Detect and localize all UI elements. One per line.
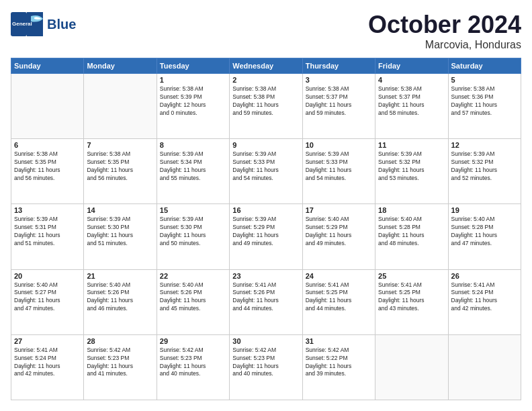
day-number: 31 xyxy=(306,337,372,345)
calendar-cell: 4Sunrise: 5:38 AMSunset: 5:37 PMDaylight… xyxy=(375,74,448,139)
calendar-cell: 8Sunrise: 5:39 AMSunset: 5:34 PMDaylight… xyxy=(157,139,229,204)
header-sunday: Sunday xyxy=(11,58,84,74)
calendar-cell: 10Sunrise: 5:39 AMSunset: 5:33 PMDayligh… xyxy=(302,139,375,204)
day-info: Sunrise: 5:38 AMSunset: 5:35 PMDaylight:… xyxy=(87,150,153,183)
day-number: 20 xyxy=(14,272,81,280)
calendar-cell: 18Sunrise: 5:40 AMSunset: 5:28 PMDayligh… xyxy=(375,204,448,269)
logo: General Blue xyxy=(11,11,76,38)
calendar-cell: 14Sunrise: 5:39 AMSunset: 5:30 PMDayligh… xyxy=(84,204,157,269)
day-info: Sunrise: 5:38 AMSunset: 5:35 PMDaylight:… xyxy=(14,150,81,183)
day-number: 8 xyxy=(160,141,226,149)
day-info: Sunrise: 5:38 AMSunset: 5:37 PMDaylight:… xyxy=(378,85,445,118)
day-info: Sunrise: 5:39 AMSunset: 5:34 PMDaylight:… xyxy=(160,150,226,183)
calendar-cell: 15Sunrise: 5:39 AMSunset: 5:30 PMDayligh… xyxy=(157,204,229,269)
calendar-cell: 6Sunrise: 5:38 AMSunset: 5:35 PMDaylight… xyxy=(11,139,84,204)
day-info: Sunrise: 5:38 AMSunset: 5:37 PMDaylight:… xyxy=(306,85,372,118)
calendar-week-row: 6Sunrise: 5:38 AMSunset: 5:35 PMDaylight… xyxy=(11,139,521,204)
calendar-cell xyxy=(84,74,157,139)
calendar-cell: 7Sunrise: 5:38 AMSunset: 5:35 PMDaylight… xyxy=(84,139,157,204)
header-wednesday: Wednesday xyxy=(230,58,302,74)
day-info: Sunrise: 5:41 AMSunset: 5:24 PMDaylight:… xyxy=(451,281,518,314)
header-monday: Monday xyxy=(84,58,157,74)
header: General Blue October 2024 Marcovia, Hond… xyxy=(11,11,521,51)
calendar-cell: 9Sunrise: 5:39 AMSunset: 5:33 PMDaylight… xyxy=(230,139,302,204)
day-number: 28 xyxy=(87,337,153,345)
day-info: Sunrise: 5:42 AMSunset: 5:23 PMDaylight:… xyxy=(232,347,299,379)
calendar-cell: 11Sunrise: 5:39 AMSunset: 5:32 PMDayligh… xyxy=(375,139,448,204)
calendar-cell: 23Sunrise: 5:41 AMSunset: 5:26 PMDayligh… xyxy=(230,269,302,334)
header-tuesday: Tuesday xyxy=(157,58,229,74)
calendar-week-row: 27Sunrise: 5:41 AMSunset: 5:24 PMDayligh… xyxy=(11,334,521,400)
calendar-cell: 5Sunrise: 5:38 AMSunset: 5:36 PMDaylight… xyxy=(448,74,521,139)
day-info: Sunrise: 5:40 AMSunset: 5:28 PMDaylight:… xyxy=(378,216,445,248)
day-number: 1 xyxy=(160,76,226,84)
calendar-cell xyxy=(448,334,521,400)
day-number: 12 xyxy=(451,141,518,149)
day-number: 5 xyxy=(451,76,518,84)
day-info: Sunrise: 5:40 AMSunset: 5:28 PMDaylight:… xyxy=(451,216,518,248)
calendar-week-row: 1Sunrise: 5:38 AMSunset: 5:39 PMDaylight… xyxy=(11,74,521,139)
day-info: Sunrise: 5:38 AMSunset: 5:39 PMDaylight:… xyxy=(160,85,226,118)
day-number: 11 xyxy=(378,141,445,149)
day-number: 3 xyxy=(306,76,372,84)
day-number: 27 xyxy=(14,337,81,345)
calendar-cell: 3Sunrise: 5:38 AMSunset: 5:37 PMDaylight… xyxy=(302,74,375,139)
header-saturday: Saturday xyxy=(448,58,521,74)
day-number: 24 xyxy=(306,272,372,280)
day-number: 4 xyxy=(378,76,445,84)
day-info: Sunrise: 5:41 AMSunset: 5:24 PMDaylight:… xyxy=(14,347,81,379)
day-info: Sunrise: 5:41 AMSunset: 5:25 PMDaylight:… xyxy=(378,281,445,314)
day-info: Sunrise: 5:41 AMSunset: 5:26 PMDaylight:… xyxy=(232,281,299,314)
calendar-cell xyxy=(375,334,448,400)
day-info: Sunrise: 5:39 AMSunset: 5:31 PMDaylight:… xyxy=(14,216,81,248)
day-number: 30 xyxy=(232,337,299,345)
calendar-cell: 28Sunrise: 5:42 AMSunset: 5:23 PMDayligh… xyxy=(84,334,157,400)
title-section: October 2024 Marcovia, Honduras xyxy=(368,11,521,51)
calendar-header-row: Sunday Monday Tuesday Wednesday Thursday… xyxy=(11,58,521,74)
svg-text:General: General xyxy=(12,21,32,27)
day-info: Sunrise: 5:40 AMSunset: 5:26 PMDaylight:… xyxy=(87,281,153,314)
day-number: 26 xyxy=(451,272,518,280)
calendar-cell: 25Sunrise: 5:41 AMSunset: 5:25 PMDayligh… xyxy=(375,269,448,334)
day-info: Sunrise: 5:42 AMSunset: 5:23 PMDaylight:… xyxy=(160,347,226,379)
calendar-cell xyxy=(11,74,84,139)
day-number: 18 xyxy=(378,206,445,214)
day-number: 10 xyxy=(306,141,372,149)
day-info: Sunrise: 5:38 AMSunset: 5:38 PMDaylight:… xyxy=(232,85,299,118)
page: General Blue October 2024 Marcovia, Hond… xyxy=(0,0,532,411)
calendar-table: Sunday Monday Tuesday Wednesday Thursday… xyxy=(11,58,521,400)
calendar-cell: 13Sunrise: 5:39 AMSunset: 5:31 PMDayligh… xyxy=(11,204,84,269)
calendar-cell: 20Sunrise: 5:40 AMSunset: 5:27 PMDayligh… xyxy=(11,269,84,334)
day-number: 25 xyxy=(378,272,445,280)
calendar-week-row: 13Sunrise: 5:39 AMSunset: 5:31 PMDayligh… xyxy=(11,204,521,269)
day-info: Sunrise: 5:42 AMSunset: 5:23 PMDaylight:… xyxy=(87,347,153,379)
calendar-cell: 16Sunrise: 5:39 AMSunset: 5:29 PMDayligh… xyxy=(230,204,302,269)
calendar-cell: 27Sunrise: 5:41 AMSunset: 5:24 PMDayligh… xyxy=(11,334,84,400)
day-info: Sunrise: 5:39 AMSunset: 5:30 PMDaylight:… xyxy=(160,216,226,248)
day-info: Sunrise: 5:39 AMSunset: 5:33 PMDaylight:… xyxy=(232,150,299,183)
day-number: 6 xyxy=(14,141,81,149)
calendar-cell: 1Sunrise: 5:38 AMSunset: 5:39 PMDaylight… xyxy=(157,74,229,139)
day-info: Sunrise: 5:39 AMSunset: 5:33 PMDaylight:… xyxy=(306,150,372,183)
calendar-cell: 17Sunrise: 5:40 AMSunset: 5:29 PMDayligh… xyxy=(302,204,375,269)
day-info: Sunrise: 5:39 AMSunset: 5:32 PMDaylight:… xyxy=(451,150,518,183)
day-info: Sunrise: 5:42 AMSunset: 5:22 PMDaylight:… xyxy=(306,347,372,379)
calendar-cell: 30Sunrise: 5:42 AMSunset: 5:23 PMDayligh… xyxy=(230,334,302,400)
day-number: 16 xyxy=(232,206,299,214)
day-info: Sunrise: 5:39 AMSunset: 5:30 PMDaylight:… xyxy=(87,216,153,248)
calendar-cell: 26Sunrise: 5:41 AMSunset: 5:24 PMDayligh… xyxy=(448,269,521,334)
day-number: 15 xyxy=(160,206,226,214)
calendar-cell: 22Sunrise: 5:40 AMSunset: 5:26 PMDayligh… xyxy=(157,269,229,334)
calendar-week-row: 20Sunrise: 5:40 AMSunset: 5:27 PMDayligh… xyxy=(11,269,521,334)
header-thursday: Thursday xyxy=(302,58,375,74)
calendar-cell: 24Sunrise: 5:41 AMSunset: 5:25 PMDayligh… xyxy=(302,269,375,334)
day-info: Sunrise: 5:39 AMSunset: 5:29 PMDaylight:… xyxy=(232,216,299,248)
day-number: 19 xyxy=(451,206,518,214)
logo-brand: Blue xyxy=(47,17,76,31)
calendar-cell: 21Sunrise: 5:40 AMSunset: 5:26 PMDayligh… xyxy=(84,269,157,334)
month-title: October 2024 xyxy=(368,11,521,39)
day-info: Sunrise: 5:41 AMSunset: 5:25 PMDaylight:… xyxy=(306,281,372,314)
calendar-cell: 12Sunrise: 5:39 AMSunset: 5:32 PMDayligh… xyxy=(448,139,521,204)
day-info: Sunrise: 5:38 AMSunset: 5:36 PMDaylight:… xyxy=(451,85,518,118)
calendar-cell: 29Sunrise: 5:42 AMSunset: 5:23 PMDayligh… xyxy=(157,334,229,400)
